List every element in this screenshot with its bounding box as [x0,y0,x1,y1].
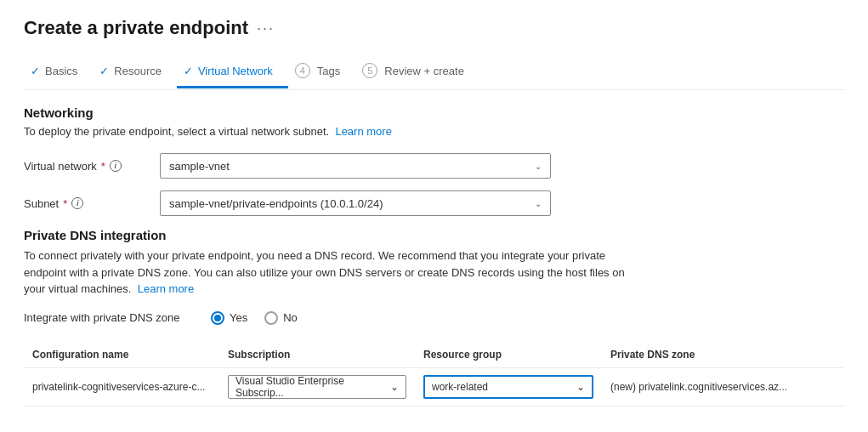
dns-table-header-row: Configuration name Subscription Resource… [24,342,844,368]
subnet-value: sample-vnet/private-endpoints (10.0.1.0/… [169,197,383,210]
wizard-tabs: ✓ Basics ✓ Resource ✓ Virtual Network 4 … [24,54,844,90]
networking-section: Networking To deploy the private endpoin… [24,105,844,216]
dns-row-subscription: Visual Studio Enterprise Subscrip... ⌄ [219,367,415,406]
dns-radio-options: Yes No [211,311,298,325]
virtual-network-required: * [101,160,105,173]
basics-check-icon: ✓ [31,65,40,77]
virtual-network-label: Virtual network * i [24,160,160,173]
subnet-info-icon[interactable]: i [71,197,83,209]
vnet-check-icon: ✓ [184,65,193,77]
dns-row-resource-group-dropdown[interactable]: work-related ⌄ [423,375,593,399]
subnet-required: * [63,197,67,210]
dns-yes-radio[interactable] [211,311,224,325]
virtual-network-value: sample-vnet [169,160,230,173]
dns-table-row: privatelink-cognitiveservices-azure-c...… [24,367,844,406]
tab-resource-label: Resource [114,65,162,77]
dns-description: To connect privately with your private e… [24,247,636,298]
dns-row-dns-zone: (new) privatelink.cognitiveservices.az..… [602,367,844,406]
tags-step-circle: 4 [295,63,310,78]
page-title-options[interactable]: ··· [257,20,275,37]
tab-tags-label: Tags [317,65,340,77]
subnet-label: Subnet * i [24,197,160,210]
tab-tags[interactable]: 4 Tags [288,54,355,89]
dns-row-config-name: privatelink-cognitiveservices-azure-c... [24,367,219,406]
tab-resource[interactable]: ✓ Resource [93,56,177,88]
dns-row-subscription-chevron-icon: ⌄ [390,381,399,393]
dns-col-subscription: Subscription [219,342,415,368]
dns-row-subscription-dropdown[interactable]: Visual Studio Enterprise Subscrip... ⌄ [228,375,406,399]
tab-virtual-network-label: Virtual Network [198,65,273,77]
tab-basics-label: Basics [45,65,77,77]
virtual-network-dropdown[interactable]: sample-vnet ⌄ [160,153,551,179]
virtual-network-row: Virtual network * i sample-vnet ⌄ [24,153,844,179]
dns-yes-option[interactable]: Yes [211,311,247,325]
subnet-dropdown[interactable]: sample-vnet/private-endpoints (10.0.1.0/… [160,190,551,216]
dns-row-resource-group-chevron-icon: ⌄ [576,381,585,393]
virtual-network-info-icon[interactable]: i [110,160,122,172]
private-dns-section: Private DNS integration To connect priva… [24,228,844,406]
tab-basics[interactable]: ✓ Basics [24,56,93,88]
dns-learn-more[interactable]: Learn more [138,282,194,295]
tab-virtual-network[interactable]: ✓ Virtual Network [177,56,288,88]
subnet-row: Subnet * i sample-vnet/private-endpoints… [24,190,844,216]
dns-description-text: To connect privately with your private e… [24,249,625,295]
dns-no-label: No [283,311,298,324]
dns-row-resource-group: work-related ⌄ [415,367,602,406]
networking-description: To deploy the private endpoint, select a… [24,125,844,138]
dns-section-title: Private DNS integration [24,228,844,242]
page-title: Create a private endpoint [24,17,248,39]
virtual-network-chevron-icon: ⌄ [535,162,542,171]
tab-review-create-label: Review + create [384,65,464,77]
dns-integrate-label: Integrate with private DNS zone [24,311,211,324]
dns-table: Configuration name Subscription Resource… [24,342,844,406]
networking-desc-text: To deploy the private endpoint, select a… [24,125,329,138]
review-step-circle: 5 [362,63,377,78]
dns-no-radio[interactable] [264,311,278,325]
dns-row-resource-group-value: work-related [432,381,488,393]
dns-integrate-row: Integrate with private DNS zone Yes No [24,311,844,325]
content-area: Networking To deploy the private endpoin… [24,90,844,406]
virtual-network-label-text: Virtual network [24,160,97,173]
dns-col-config-name: Configuration name [24,342,219,368]
dns-no-option[interactable]: No [264,311,298,325]
networking-learn-more[interactable]: Learn more [335,125,391,138]
resource-check-icon: ✓ [99,65,109,77]
subnet-chevron-icon: ⌄ [535,199,542,208]
dns-row-subscription-value: Visual Studio Enterprise Subscrip... [235,375,390,399]
dns-col-resource-group: Resource group [415,342,602,368]
dns-yes-label: Yes [230,311,247,324]
subnet-label-text: Subnet [24,197,59,210]
tab-review-create[interactable]: 5 Review + create [355,54,479,89]
dns-col-dns-zone: Private DNS zone [602,342,844,368]
networking-title: Networking [24,105,844,120]
